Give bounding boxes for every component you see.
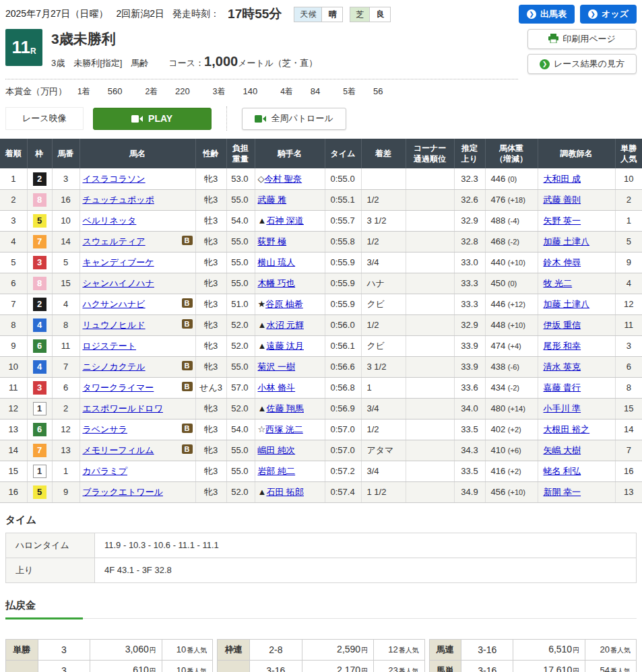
blinkers-badge: B	[182, 298, 193, 308]
jockey-name-link[interactable]: 木幡 巧也	[258, 278, 296, 288]
yen-suffix: 円	[361, 646, 368, 654]
horse-name-link[interactable]: ロジステート	[83, 341, 137, 351]
time-section-heading: タイム	[0, 503, 642, 533]
trainer-name-link[interactable]: 鈴木 伸尋	[544, 257, 581, 267]
trainer-name-link[interactable]: 伊坂 重信	[544, 320, 581, 330]
horse-name-cell: キャンディブーケ	[79, 252, 195, 273]
trainer-name-link[interactable]: 嘉藤 貴行	[544, 382, 581, 393]
shutsuba-button[interactable]: ❯ 出馬表	[519, 5, 575, 24]
payout-amount: 17,610円	[513, 660, 585, 672]
jockey-cell: ◇今村 聖奈	[255, 168, 325, 189]
trainer-name-link[interactable]: 新開 幸一	[544, 487, 581, 497]
jockey-cell: 横山 琉人	[255, 252, 325, 273]
yen-suffix: 円	[150, 646, 156, 654]
frame-number-badge: 4	[33, 360, 46, 374]
patrol-video-button[interactable]: 全周パトロール	[242, 108, 346, 130]
jockey-name-link[interactable]: 谷原 柚希	[265, 299, 303, 309]
blinkers-badge: B	[182, 382, 193, 391]
horse-name-link[interactable]: イスラコラソン	[83, 174, 146, 184]
horse-name-link[interactable]: チュッチュポッポ	[83, 195, 154, 205]
jockey-name-link[interactable]: 横山 琉人	[258, 257, 296, 267]
horse-name-link[interactable]: シャンハイノハナ	[83, 278, 154, 288]
result-row: 1136Bタワークライマーせん357.0小林 脩斗0:56.8133.6434 …	[0, 377, 642, 398]
trainer-name-link[interactable]: 牧 光二	[544, 278, 573, 288]
corner-order	[406, 314, 454, 335]
trainer-name-link[interactable]: 矢嶋 大樹	[544, 445, 581, 455]
race-date: 2025年7月27日（日曜）	[5, 8, 108, 20]
jockey-name-link[interactable]: 佐藤 翔馬	[266, 403, 304, 413]
horse-name-link[interactable]: ベルリネッタ	[83, 215, 137, 226]
win-popularity: 2	[615, 189, 642, 210]
horse-name-link[interactable]: エスポワールドロワ	[83, 403, 163, 413]
trainer-name-link[interactable]: 加藤 土津八	[544, 299, 590, 309]
jockey-name-link[interactable]: 遠藤 汰月	[266, 341, 304, 351]
horse-name-link[interactable]: スウェルティア	[83, 236, 146, 246]
carried-weight: 54.0	[226, 210, 255, 231]
horse-name-link[interactable]: リュウノヒルド	[83, 320, 146, 330]
frame-number-badge: 8	[33, 193, 46, 207]
trainer-name-link[interactable]: 尾形 和幸	[544, 341, 581, 351]
jockey-name-link[interactable]: 石神 深道	[266, 215, 304, 226]
sex-age: 牝3	[195, 168, 226, 189]
horse-name-link[interactable]: ブラックエトワール	[83, 487, 163, 497]
win-popularity: 10	[615, 168, 642, 189]
body-weight: 410 (+6)	[485, 440, 538, 461]
frame-cell: 6	[27, 419, 52, 440]
frame-cell: 4	[27, 356, 52, 377]
finish-position: 6	[0, 273, 27, 294]
trainer-name-link[interactable]: 蛯名 利弘	[544, 466, 581, 476]
jockey-name-link[interactable]: 小林 脩斗	[258, 382, 296, 393]
payout-combination: 3	[38, 639, 90, 660]
result-row: 1511カパラミプ牝355.0岩部 純二0:57.23/433.5416 (+2…	[0, 461, 642, 481]
jockey-name-link[interactable]: 菊沢 一樹	[258, 362, 296, 372]
weather-badge: 天候 晴	[294, 7, 343, 22]
body-weight: 474 (+4)	[485, 335, 538, 356]
trainer-name-link[interactable]: 矢野 英一	[544, 215, 581, 226]
finish-time: 0:56.1	[325, 335, 361, 356]
trainer-name-link[interactable]: 大和田 成	[544, 174, 581, 184]
trainer-name-link[interactable]: 清水 英克	[544, 362, 581, 372]
trainer-name-link[interactable]: 加藤 土津八	[544, 236, 590, 246]
horse-name-link[interactable]: ニシノカクテル	[83, 362, 146, 372]
horse-name-cell: イスラコラソン	[79, 168, 195, 189]
body-weight: 448 (+10)	[485, 314, 538, 335]
trainer-name-link[interactable]: 武藤 善則	[544, 195, 581, 205]
result-row: 724Bハクサンハナビ牝351.0★谷原 柚希0:55.9クビ33.3446 (…	[0, 294, 642, 314]
yen-suffix: 円	[573, 667, 579, 672]
jockey-name-link[interactable]: 水沼 元輝	[266, 320, 304, 330]
jockey-name-link[interactable]: 今村 聖奈	[265, 174, 302, 184]
jockey-name-link[interactable]: 岩部 純二	[258, 466, 296, 476]
horse-name-link[interactable]: カパラミプ	[83, 466, 128, 476]
horse-name-link[interactable]: ハクサンハナビ	[83, 299, 146, 309]
trainer-name-link[interactable]: 小手川 準	[544, 403, 581, 413]
odds-button[interactable]: ❯ オッズ	[580, 5, 637, 24]
frame-number-badge: 7	[33, 444, 46, 457]
jockey-name-link[interactable]: 嶋田 純次	[258, 445, 296, 455]
column-header: 単勝 人気	[615, 139, 642, 168]
horse-name-link[interactable]: ラベンサラ	[83, 424, 128, 434]
frame-number-badge: 3	[33, 381, 46, 395]
horse-name-link[interactable]: キャンディブーケ	[83, 257, 154, 267]
payout-row: 馬単3-1617,610円54番人気	[429, 660, 636, 672]
jockey-name-link[interactable]: 武藤 雅	[258, 195, 287, 205]
play-button[interactable]: PLAY	[93, 108, 212, 130]
finish-position: 12	[0, 398, 27, 419]
jockey-name-link[interactable]: 西塚 洸二	[265, 424, 303, 434]
payout-amount: 3,060円	[90, 639, 162, 660]
carried-weight: 52.0	[226, 314, 255, 335]
jockey-name-link[interactable]: 石田 拓郎	[266, 487, 304, 497]
carried-weight: 52.0	[226, 481, 255, 502]
payout-row: 馬連3-166,510円20番人気	[429, 639, 636, 660]
horse-name-link[interactable]: メモリーフィルム	[83, 445, 154, 455]
print-page-button[interactable]: 印刷用ページ	[527, 29, 637, 49]
finish-position: 5	[0, 252, 27, 273]
horse-name-link[interactable]: タワークライマー	[83, 382, 154, 393]
estimated-last-3f: 32.8	[454, 231, 485, 252]
result-row: 6815シャンハイノハナ牝355.0木幡 巧也0:55.9ハナ33.3450 (…	[0, 273, 642, 294]
horse-name-cell: カパラミプ	[79, 461, 195, 481]
trainer-name-link[interactable]: 大根田 裕之	[544, 424, 590, 434]
horse-name-cell: チュッチュポッポ	[79, 189, 195, 210]
jockey-name-link[interactable]: 荻野 極	[258, 236, 287, 246]
results-guide-button[interactable]: ❯ レース結果の見方	[527, 54, 637, 74]
carried-weight: 55.0	[226, 231, 255, 252]
